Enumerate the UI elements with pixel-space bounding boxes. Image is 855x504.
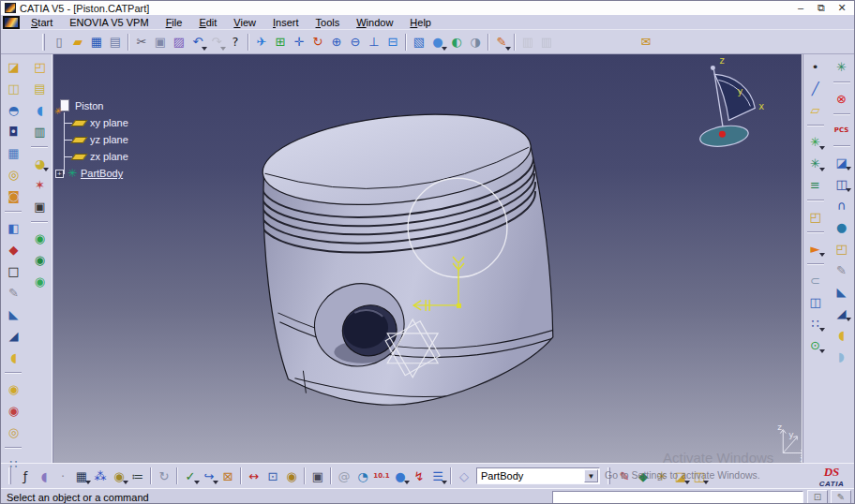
close-button[interactable]: ✕ [832, 2, 852, 14]
new-file-icon[interactable]: ▯ [50, 33, 68, 52]
shell-alt-icon[interactable]: ◖ [832, 325, 851, 344]
camera-capture-icon[interactable]: ▣ [308, 467, 327, 485]
chamfer-alt-icon[interactable]: ◣ [832, 282, 851, 301]
frame-icon[interactable]: □ [4, 261, 22, 280]
tree-node-partbody[interactable]: + ✳ PartBody [55, 165, 128, 182]
fly-mode-icon[interactable]: ✈ [252, 33, 271, 52]
globe-nav-icon[interactable]: ◔ [353, 467, 372, 485]
tree-node-zx-plane[interactable]: zx plane [73, 148, 128, 165]
gear-clock-icon[interactable]: ✳ [652, 467, 671, 485]
line-icon[interactable]: ╱ [806, 79, 825, 97]
annotation-icon[interactable]: ✎ [4, 283, 22, 302]
part-catalog-icon[interactable]: ▥ [537, 33, 556, 52]
mirror-icon[interactable]: ◫ [806, 292, 825, 311]
point-icon[interactable]: • [806, 57, 825, 76]
copy-icon[interactable]: ▣ [151, 33, 170, 52]
normal-view-icon[interactable]: ⊥ [365, 33, 383, 52]
render-select-icon[interactable]: ◉ [30, 229, 49, 247]
pad-icon[interactable]: ◪ [4, 57, 22, 76]
remove-boolean-icon[interactable]: ◉ [4, 401, 22, 420]
doc-help-button[interactable]: ✎ [831, 490, 851, 504]
sketch-flat-icon[interactable]: ✎ [832, 260, 851, 279]
wireframe-diamond-icon[interactable]: ◇ [455, 467, 473, 485]
whats-this-icon[interactable]: ? [226, 33, 245, 52]
sketcher-icon[interactable]: ✎ [492, 33, 511, 52]
update-bolt-icon[interactable]: ↯ [410, 467, 428, 485]
mailbox-icon[interactable]: ⊠ [218, 467, 237, 485]
relations-icon[interactable]: ⁂ [91, 467, 110, 485]
check-equation-icon[interactable]: ≔ [128, 467, 147, 485]
render-move-icon[interactable]: ◉ [30, 272, 49, 290]
toolbar-handle[interactable] [608, 467, 610, 484]
formula-fx-icon[interactable]: ƒ [16, 467, 35, 485]
close-workbench-icon[interactable]: ⊗ [832, 89, 851, 108]
print-icon[interactable]: ▤ [106, 33, 125, 52]
gear-flag-icon[interactable]: ✳ [832, 57, 851, 76]
scaling-icon[interactable]: ⊙ [806, 335, 825, 354]
menu-edit[interactable]: Edit [190, 16, 225, 29]
assemble-boolean-icon[interactable]: ◉ [4, 379, 22, 398]
levels-icon[interactable]: ☰ [428, 467, 447, 485]
render-remove-icon[interactable]: ◉ [30, 250, 49, 269]
stacked-sheets-icon[interactable]: ▤ [30, 79, 49, 97]
chevron-down-icon[interactable]: ▼ [584, 469, 598, 482]
3d-viewport[interactable]: z y x z y x [53, 54, 802, 463]
folder-send-icon[interactable]: ◫ [690, 467, 709, 485]
pocket-alt-icon[interactable]: ◫ [832, 174, 851, 193]
hole-icon[interactable]: ◎ [4, 165, 22, 184]
surface-icon[interactable]: ◧ [4, 218, 22, 237]
comment-bubble-icon[interactable]: ◖ [35, 467, 53, 485]
union-trim-icon[interactable]: ◎ [4, 422, 22, 441]
dimension-values-icon[interactable]: 10.1 [372, 467, 391, 485]
part-cylinder-icon[interactable]: ● [391, 467, 410, 485]
toolbar-handle[interactable] [42, 34, 45, 51]
catalog-icon[interactable]: ▥ [518, 33, 537, 52]
paint-brush-icon[interactable]: ✎ [615, 467, 634, 485]
hide-show-icon[interactable]: ◐ [447, 33, 466, 52]
plane-icon[interactable]: ▱ [806, 100, 825, 119]
mass-properties-icon[interactable]: ◉ [282, 467, 301, 485]
save-icon[interactable]: ▦ [87, 33, 106, 52]
tree-node-yz-plane[interactable]: yz plane [73, 131, 128, 148]
draft-angle-icon[interactable]: ◢ [4, 326, 22, 345]
multi-pad-icon[interactable]: ▦ [4, 143, 22, 162]
fit-all-in-icon[interactable]: ⊞ [271, 33, 290, 52]
cylinder-cut-icon[interactable]: ● [832, 217, 851, 236]
select-cursor-icon[interactable]: ► [806, 239, 825, 258]
pad-alt-icon[interactable]: ◪ [832, 153, 851, 171]
iso-view-icon[interactable]: ▧ [410, 33, 428, 52]
catia-logo-icon[interactable] [3, 16, 20, 29]
expand-icon[interactable]: + [55, 170, 64, 178]
multi-view-icon[interactable]: ⊟ [383, 33, 402, 52]
folder-pen-icon[interactable]: ◪ [671, 467, 690, 485]
rotate-icon[interactable]: ↻ [308, 33, 327, 52]
send-mail-icon[interactable]: ✉ [637, 33, 655, 52]
open-folder-icon[interactable]: ▰ [68, 33, 87, 52]
pocket-icon[interactable]: ◫ [4, 79, 22, 97]
menu-help[interactable]: Help [401, 16, 440, 29]
groove-icon[interactable]: ◘ [4, 122, 22, 141]
piston-model[interactable] [258, 103, 554, 406]
power-input-expand-button[interactable]: ⊡ [807, 490, 828, 504]
redo-icon[interactable]: ↷ [207, 33, 226, 52]
turntable-icon[interactable]: ↻ [155, 467, 173, 485]
tree-node-xy-plane[interactable]: xy plane [73, 114, 128, 131]
ordered-set-icon[interactable]: ✳ [806, 154, 825, 172]
menu-view[interactable]: View [225, 16, 264, 29]
swap-visible-space-icon[interactable]: ◑ [466, 33, 485, 52]
design-table-icon[interactable]: ▦ [72, 467, 91, 485]
compass[interactable]: z y x [698, 55, 764, 149]
paste-icon[interactable]: ▨ [170, 33, 188, 52]
shaft-icon[interactable]: ◓ [4, 100, 22, 119]
eraser-icon[interactable]: ◖ [30, 100, 49, 119]
menu-enovia[interactable]: ENOVIA V5 VPM [61, 16, 157, 29]
swirl-update-icon[interactable]: @ [335, 467, 353, 485]
open-body-alt-icon[interactable]: ◰ [832, 239, 851, 258]
multi-sections-icon[interactable]: ∩ [832, 196, 851, 215]
menu-insert[interactable]: Insert [264, 16, 308, 29]
open-box-icon[interactable]: ◰ [806, 207, 825, 226]
zoom-out-icon[interactable]: ⊖ [346, 33, 365, 52]
attach-icon[interactable]: ⊂ [806, 271, 825, 289]
undo-icon[interactable]: ↶ [188, 33, 207, 52]
transform-icon[interactable]: ◆ [4, 240, 22, 259]
